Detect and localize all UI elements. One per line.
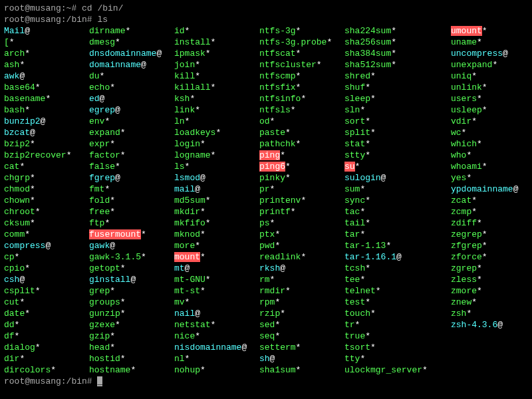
file-name: gzexe xyxy=(89,320,115,330)
file-entry: install* xyxy=(174,37,259,48)
file-entry: arch* xyxy=(4,48,89,59)
file-suffix: @ xyxy=(280,263,285,273)
file-suffix: * xyxy=(35,82,41,92)
file-entry: bash* xyxy=(4,104,89,116)
file-entry: touch* xyxy=(344,308,451,319)
file-suffix: * xyxy=(285,128,291,138)
file-entry: sha1sum* xyxy=(259,364,344,376)
file-entry: yes* xyxy=(451,172,532,184)
file-suffix: * xyxy=(376,286,381,296)
file-suffix: * xyxy=(110,331,115,341)
file-entry: sh@ xyxy=(259,353,344,364)
prompt-line-3[interactable]: root@musang:/bin# _ xyxy=(4,376,528,387)
file-entry: rm* xyxy=(259,274,344,285)
file-suffix: @ xyxy=(270,354,275,364)
command-text: cd /bin/ xyxy=(82,3,123,13)
file-name: arch xyxy=(4,49,25,59)
file-entry: tee* xyxy=(344,274,451,285)
file-name: kill xyxy=(174,71,195,81)
ls-column: Mail@[*arch*ash*awk@base64*basename*bash… xyxy=(4,25,89,376)
file-entry: lsmod@ xyxy=(174,172,259,184)
file-entry: cat* xyxy=(4,161,89,172)
file-name: dd xyxy=(4,320,15,330)
file-name: du xyxy=(89,71,100,81)
file-name: sync xyxy=(344,196,365,205)
file-name: tsort xyxy=(344,342,370,352)
file-suffix: * xyxy=(291,207,296,217)
file-name: nice xyxy=(174,331,195,341)
file-entry: users* xyxy=(451,93,532,104)
file-name: cp xyxy=(4,252,15,262)
file-name: ntfscat xyxy=(259,49,296,59)
file-entry: comm* xyxy=(4,229,89,240)
file-name: shuf xyxy=(344,82,365,92)
file-name: mt xyxy=(174,263,185,273)
file-suffix: * xyxy=(365,139,370,149)
file-suffix: * xyxy=(275,331,280,341)
file-entry: chgrp* xyxy=(4,172,89,184)
file-suffix: @ xyxy=(156,49,162,59)
file-name: sleep xyxy=(344,94,370,104)
file-suffix: * xyxy=(482,162,487,172)
file-name: nisdomainname xyxy=(174,342,241,352)
file-entry: wc* xyxy=(451,127,532,138)
file-suffix: * xyxy=(115,37,120,47)
file-name: fusermount xyxy=(89,229,141,239)
file-entry: dd* xyxy=(4,319,89,331)
terminal[interactable]: root@musang:~# cd /bin/ root@musang:/bin… xyxy=(0,0,532,390)
file-suffix: * xyxy=(296,49,301,59)
file-entry: readlink* xyxy=(259,251,344,263)
file-name: zsh-4.3.6 xyxy=(451,320,497,330)
file-suffix: * xyxy=(19,60,25,70)
file-name: od xyxy=(259,116,270,126)
file-entry: cut* xyxy=(4,297,89,308)
file-name: mkdir xyxy=(174,207,200,217)
file-entry: sulogin@ xyxy=(344,172,451,184)
file-entry: zgrep* xyxy=(451,263,532,274)
file-name: uname xyxy=(451,37,477,47)
file-suffix: * xyxy=(185,297,190,307)
file-name: fold xyxy=(89,196,110,205)
file-suffix: * xyxy=(195,71,200,81)
file-name: ntfs-3g.probe xyxy=(259,37,327,47)
file-suffix: * xyxy=(471,196,477,205)
file-entry: shuf* xyxy=(344,82,451,93)
file-entry: expr* xyxy=(89,138,174,150)
file-entry: date* xyxy=(4,308,89,319)
command-text: ls xyxy=(97,15,108,25)
file-entry: stat* xyxy=(344,138,451,150)
file-entry: md5sum* xyxy=(174,195,259,206)
file-name: mail xyxy=(174,184,195,194)
file-entry: zsh* xyxy=(451,308,532,319)
file-entry: domainname@ xyxy=(89,59,174,70)
file-entry: ntfscluster* xyxy=(259,59,344,70)
file-suffix: * xyxy=(120,128,126,138)
file-suffix: @ xyxy=(45,241,51,251)
file-entry: ntfsinfo* xyxy=(259,93,344,104)
file-entry: getopt* xyxy=(89,263,174,274)
file-suffix: * xyxy=(25,229,30,239)
file-entry: dnsdomainname@ xyxy=(89,48,174,59)
file-suffix: @ xyxy=(130,275,136,285)
file-suffix: @ xyxy=(25,26,30,36)
file-entry: sha224sum* xyxy=(344,25,451,37)
file-suffix: * xyxy=(301,252,306,262)
file-name: tail xyxy=(344,218,365,228)
file-suffix: * xyxy=(270,218,275,228)
file-suffix: * xyxy=(120,297,126,307)
file-suffix: * xyxy=(360,354,365,364)
file-suffix: * xyxy=(365,297,370,307)
file-entry: zforce* xyxy=(451,251,532,263)
file-suffix: * xyxy=(360,105,365,115)
file-name: [ xyxy=(4,37,9,47)
file-suffix: @ xyxy=(200,173,205,183)
file-suffix: * xyxy=(365,82,370,92)
file-suffix: * xyxy=(30,196,35,205)
file-suffix: * xyxy=(360,207,365,217)
file-entry: who* xyxy=(451,150,532,161)
file-suffix: * xyxy=(190,94,195,104)
file-name: sha256sum xyxy=(344,37,391,47)
file-name: whoami xyxy=(451,162,482,172)
file-suffix: * xyxy=(205,196,211,205)
file-suffix: * xyxy=(466,150,471,160)
